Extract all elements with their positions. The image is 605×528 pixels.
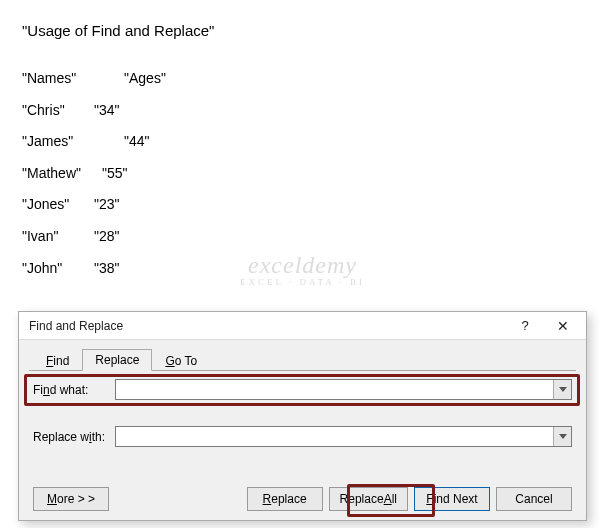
tab-replace[interactable]: Replace <box>82 349 152 371</box>
cell-age: "38" <box>94 259 120 279</box>
table-row: "James" "44" <box>22 132 583 152</box>
cell-name: "James" <box>22 132 124 152</box>
table-row: "Ivan" "28" <box>22 227 583 247</box>
replace-button[interactable]: Replace <box>247 487 323 511</box>
table-row: "Mathew" "55" <box>22 164 583 184</box>
find-next-button[interactable]: Find Next <box>414 487 490 511</box>
find-what-input[interactable] <box>116 380 553 399</box>
replace-with-input[interactable] <box>116 427 553 446</box>
doc-title: "Usage of Find and Replace" <box>22 20 583 41</box>
replace-with-row: Replace with: <box>33 426 572 447</box>
cell-age: "23" <box>94 195 120 215</box>
table-row: "Jones" "23" <box>22 195 583 215</box>
find-dropdown-button[interactable] <box>553 380 571 399</box>
header-names: "Names" <box>22 69 124 89</box>
dialog-title: Find and Replace <box>29 319 506 333</box>
cell-name: "Ivan" <box>22 227 94 247</box>
cell-age: "34" <box>94 101 120 121</box>
cell-name: "Mathew" <box>22 164 102 184</box>
replace-with-combo <box>115 426 572 447</box>
cell-age: "55" <box>102 164 128 184</box>
cell-name: "Jones" <box>22 195 94 215</box>
document-body: "Usage of Find and Replace" "Names" "Age… <box>0 0 605 300</box>
replace-dropdown-button[interactable] <box>553 427 571 446</box>
cell-age: "28" <box>94 227 120 247</box>
more-button[interactable]: More > > <box>33 487 109 511</box>
button-row: More > > Replace Replace All Find Next C… <box>19 487 586 511</box>
replace-with-label: Replace with: <box>33 430 115 444</box>
close-icon: ✕ <box>557 318 569 334</box>
header-ages: "Ages" <box>124 69 166 89</box>
tab-find[interactable]: Find <box>33 350 82 371</box>
chevron-down-icon <box>559 434 567 440</box>
cell-age: "44" <box>124 132 150 152</box>
cell-name: "Chris" <box>22 101 94 121</box>
find-what-row: Find what: <box>33 379 572 400</box>
find-what-label: Find what: <box>33 383 115 397</box>
replace-all-button[interactable]: Replace All <box>329 487 408 511</box>
table-row: "John" "38" <box>22 259 583 279</box>
find-what-combo <box>115 379 572 400</box>
tab-strip: Find Replace Go To <box>33 348 586 370</box>
form-area: Find what: Replace with: <box>19 371 586 447</box>
chevron-down-icon <box>559 387 567 393</box>
table-header: "Names" "Ages" <box>22 69 583 89</box>
titlebar: Find and Replace ? ✕ <box>19 312 586 340</box>
tab-goto[interactable]: Go To <box>152 350 210 371</box>
help-button[interactable]: ? <box>506 313 544 339</box>
cell-name: "John" <box>22 259 94 279</box>
find-replace-dialog: Find and Replace ? ✕ Find Replace Go To … <box>18 311 587 521</box>
cancel-button[interactable]: Cancel <box>496 487 572 511</box>
table-row: "Chris" "34" <box>22 101 583 121</box>
close-button[interactable]: ✕ <box>544 313 582 339</box>
